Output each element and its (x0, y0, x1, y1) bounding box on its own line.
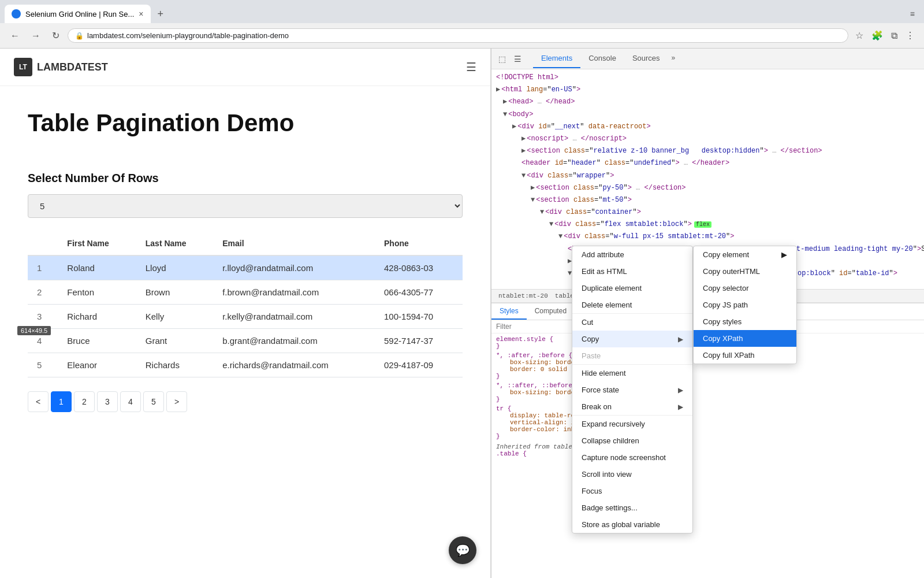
ctx-scroll-into-view[interactable]: Scroll into view (572, 466, 692, 483)
ctx-focus[interactable]: Focus (572, 483, 692, 499)
ctx-break-on[interactable]: Break on ▶ (572, 398, 692, 415)
col-num (28, 232, 58, 255)
cell-email: r.lloyd@randatmail.com (213, 255, 375, 280)
ctx-duplicate-element[interactable]: Duplicate element (572, 280, 692, 297)
tab-elements[interactable]: Elements (533, 49, 580, 68)
ctx-badge-settings[interactable]: Badge settings... (572, 499, 692, 516)
page-3-button[interactable]: 3 (97, 391, 118, 412)
dom-head[interactable]: ▶<head> … </head> (491, 96, 924, 108)
hamburger-icon[interactable]: ☰ (466, 60, 476, 74)
dom-section-mt50[interactable]: ▼<section class="mt-50"> (491, 194, 924, 206)
styles-content: element.style { } *, :after, :before { .… (491, 334, 924, 578)
logo-text: LAMBDATEST (37, 61, 108, 73)
active-tab[interactable]: Selenium Grid Online | Run Se... × (5, 5, 151, 23)
cell-last: Lloyd (136, 255, 213, 280)
page-2-button[interactable]: 2 (74, 391, 95, 412)
size-badge: 614×49.5 (17, 326, 51, 335)
dom-doctype[interactable]: <!DOCTYPE html> (491, 72, 924, 84)
browser-chrome: Selenium Grid Online | Run Se... × + ≡ ←… (0, 0, 924, 49)
submenu-copy-outerhtml[interactable]: Copy outerHTML (694, 263, 796, 280)
cell-phone: 592-7147-37 (375, 329, 463, 353)
dom-next[interactable]: ▶<div id="__next" data-reactroot> (491, 121, 924, 133)
tab-computed[interactable]: Computed (527, 303, 575, 320)
ctx-delete-element[interactable]: Delete element (572, 297, 692, 313)
layout-button[interactable]: ⧉ (889, 28, 900, 43)
ctx-expand-recursively[interactable]: Expand recursively (572, 415, 692, 432)
ctx-collapse-children[interactable]: Collapse children (572, 432, 692, 449)
copy-submenu: Copy element▶ Copy outerHTML Copy select… (693, 246, 797, 364)
table-row[interactable]: 4 Bruce Grant b.grant@randatmail.com 592… (28, 329, 463, 353)
ctx-copy[interactable]: Copy ▶ (572, 331, 692, 347)
dom-section-py50[interactable]: ▶<section class="py-50"> … </section> (491, 182, 924, 194)
cell-email: e.richards@randatmail.com (213, 353, 375, 377)
dom-body[interactable]: ▼<body> (491, 109, 924, 121)
cell-last: Grant (136, 329, 213, 353)
cell-num: 2 (28, 280, 58, 305)
bookmark-button[interactable]: ☆ (853, 28, 866, 43)
cell-first: Bruce (58, 329, 136, 353)
reload-button[interactable]: ↻ (49, 28, 63, 43)
forward-button[interactable]: → (28, 28, 44, 43)
submenu-arrow: ▶ (781, 250, 787, 259)
dom-header[interactable]: <header id="header" class="undefined"> …… (491, 157, 924, 169)
dom-flex-div[interactable]: ▼<div class="flex smtablet:block">flex (491, 218, 924, 231)
table-row[interactable]: 2 Fenton Brown f.brown@randatmail.com 06… (28, 280, 463, 305)
tab-sources[interactable]: Sources (624, 49, 668, 68)
address-text: lambdatest.com/selenium-playground/table… (87, 31, 841, 40)
cell-phone: 428-0863-03 (375, 255, 463, 280)
cell-last: Richards (136, 353, 213, 377)
ctx-store-as-global[interactable]: Store as global variable (572, 516, 692, 533)
cell-email: b.grant@randatmail.com (213, 329, 375, 353)
tab-bar: Selenium Grid Online | Run Se... × + ≡ (0, 0, 924, 23)
device-icon[interactable]: ☰ (512, 53, 524, 65)
ctx-hide-element[interactable]: Hide element (572, 364, 692, 381)
submenu-copy-selector[interactable]: Copy selector (694, 280, 796, 297)
cell-phone: 100-1594-70 (375, 305, 463, 329)
tab-console[interactable]: Console (580, 49, 624, 68)
inspect-icon[interactable]: ⬚ (496, 53, 508, 65)
col-phone: Phone (375, 232, 463, 255)
dom-container[interactable]: ▼<div class="container"> (491, 206, 924, 218)
ctx-edit-as-html[interactable]: Edit as HTML (572, 263, 692, 280)
submenu-copy-js-path[interactable]: Copy JS path (694, 297, 796, 313)
dom-w-full[interactable]: ▼<div class="w-full px-15 smtablet:mt-20… (491, 231, 924, 243)
ctx-capture-node-screenshot[interactable]: Capture node screenshot (572, 449, 692, 466)
page-5-button[interactable]: 5 (143, 391, 164, 412)
force-state-arrow: ▶ (678, 386, 683, 394)
table-body: 1 Roland Lloyd r.lloyd@randatmail.com 42… (28, 255, 463, 377)
address-bar[interactable]: 🔒 lambdatest.com/selenium-playground/tab… (68, 28, 848, 43)
dom-section-banner[interactable]: ▶<section class="relative z-10 banner_bg… (491, 145, 924, 157)
new-tab-button[interactable]: + (153, 8, 169, 20)
tab-close-button[interactable]: × (139, 9, 143, 18)
page-next-button[interactable]: > (166, 391, 187, 412)
chat-widget[interactable]: 💬 (449, 536, 476, 564)
dom-html[interactable]: ▶<html lang="en-US"> (491, 84, 924, 96)
breadcrumb-item-1[interactable]: ntablet:mt-20 (496, 292, 550, 300)
extensions-button[interactable]: 🧩 (869, 28, 885, 43)
table-row[interactable]: 1 Roland Lloyd r.lloyd@randatmail.com 42… (28, 255, 463, 280)
submenu-copy-full-xpath[interactable]: Copy full XPath (694, 347, 796, 364)
back-button[interactable]: ← (7, 28, 23, 43)
copy-arrow: ▶ (678, 335, 683, 343)
page-1-button[interactable]: 1 (51, 391, 72, 412)
row-select[interactable]: 5 10 25 (28, 194, 463, 218)
ctx-force-state[interactable]: Force state ▶ (572, 381, 692, 398)
ctx-add-attribute[interactable]: Add attribute (572, 246, 692, 263)
ctx-cut[interactable]: Cut (572, 313, 692, 331)
submenu-copy-element[interactable]: Copy element▶ (694, 246, 796, 263)
submenu-copy-xpath[interactable]: Copy XPath (694, 330, 796, 347)
devtools-tabs: Elements Console Sources » (533, 49, 679, 68)
tab-more[interactable]: » (668, 49, 679, 68)
tab-styles[interactable]: Styles (491, 303, 527, 320)
cell-num: 1 (28, 255, 58, 280)
tab-end-button[interactable]: ≡ (906, 9, 919, 18)
table-row[interactable]: 5 Eleanor Richards e.richards@randatmail… (28, 353, 463, 377)
page-4-button[interactable]: 4 (120, 391, 141, 412)
page-prev-button[interactable]: < (28, 391, 49, 412)
table-row[interactable]: 3 Richard Kelly r.kelly@randatmail.com 1… (28, 305, 463, 329)
dom-wrapper[interactable]: ▼<div class="wrapper"> (491, 170, 924, 182)
submenu-copy-styles[interactable]: Copy styles (694, 313, 796, 330)
menu-button[interactable]: ⋮ (903, 28, 917, 43)
dom-noscript[interactable]: ▶<noscript> … </noscript> (491, 133, 924, 145)
cell-last: Kelly (136, 305, 213, 329)
